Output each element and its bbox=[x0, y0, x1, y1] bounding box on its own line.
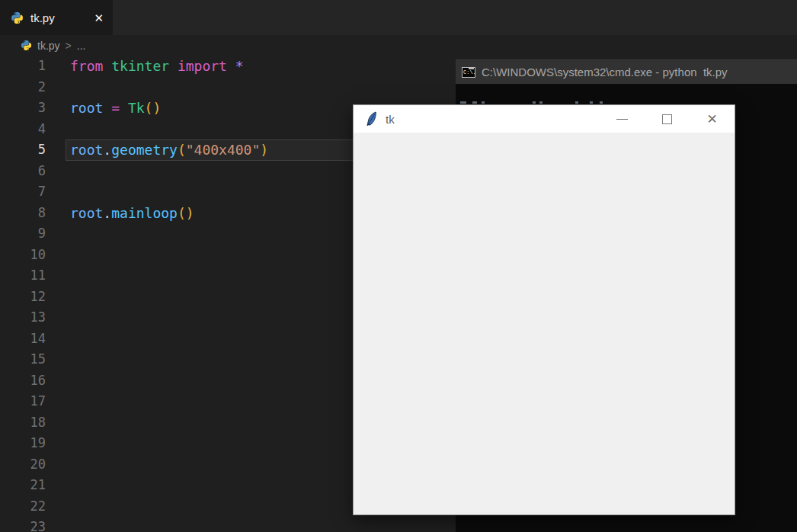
line-number[interactable]: 17 bbox=[0, 391, 46, 412]
close-button[interactable]: ✕ bbox=[690, 105, 735, 133]
line-number[interactable]: 22 bbox=[0, 496, 46, 518]
close-icon[interactable]: ✕ bbox=[94, 12, 104, 24]
python-icon bbox=[21, 40, 32, 51]
tab-tkpy[interactable]: tk.py ✕ bbox=[0, 0, 113, 35]
line-number[interactable]: 1 bbox=[0, 56, 46, 77]
tk-client-area[interactable] bbox=[354, 133, 735, 514]
tab-label: tk.py bbox=[30, 11, 55, 24]
maximize-icon bbox=[662, 114, 672, 124]
tk-window-title: tk bbox=[386, 113, 395, 126]
minimize-button[interactable] bbox=[600, 105, 645, 133]
line-number[interactable]: 13 bbox=[0, 307, 46, 328]
line-number[interactable]: 6 bbox=[0, 161, 46, 182]
chevron-right-icon: > bbox=[66, 40, 72, 52]
breadcrumb-ellipsis[interactable]: ... bbox=[77, 40, 86, 52]
line-number[interactable]: 7 bbox=[0, 181, 46, 203]
cmd-icon[interactable]: C:\. bbox=[462, 67, 475, 78]
breadcrumb[interactable]: tk.py > ... bbox=[0, 35, 797, 56]
feather-icon[interactable] bbox=[365, 111, 378, 127]
line-number[interactable]: 3 bbox=[0, 98, 46, 119]
line-number[interactable]: 23 bbox=[0, 517, 46, 532]
line-number[interactable]: 10 bbox=[0, 245, 46, 266]
tk-window: tk ✕ bbox=[353, 104, 735, 515]
line-number[interactable]: 16 bbox=[0, 370, 46, 392]
minimize-icon bbox=[616, 119, 628, 120]
line-number[interactable]: 8 bbox=[0, 203, 46, 224]
line-number[interactable]: 21 bbox=[0, 475, 46, 496]
line-number[interactable]: 9 bbox=[0, 223, 46, 245]
line-number[interactable]: 5 bbox=[0, 139, 46, 161]
line-number[interactable]: 14 bbox=[0, 328, 46, 350]
maximize-button[interactable] bbox=[645, 105, 690, 133]
cmd-title: C:\WINDOWS\system32\cmd.exe - python tk.… bbox=[482, 66, 728, 79]
line-number[interactable]: 15 bbox=[0, 349, 46, 370]
line-number[interactable]: 4 bbox=[0, 119, 46, 140]
tab-bar: tk.py ✕ bbox=[0, 0, 797, 35]
caption-buttons: ✕ bbox=[600, 105, 735, 133]
cmd-titlebar[interactable]: C:\. C:\WINDOWS\system32\cmd.exe - pytho… bbox=[456, 59, 797, 84]
tk-titlebar[interactable]: tk ✕ bbox=[354, 105, 735, 133]
vscode-window: tk.py ✕ tk.py > ... 1from tkinter import… bbox=[0, 0, 797, 532]
python-icon bbox=[11, 11, 24, 24]
breadcrumb-file-label[interactable]: tk.py bbox=[37, 40, 60, 52]
line-number[interactable]: 2 bbox=[0, 77, 46, 98]
line-number[interactable]: 11 bbox=[0, 265, 46, 287]
line-number[interactable]: 20 bbox=[0, 454, 46, 476]
line-number[interactable]: 12 bbox=[0, 287, 46, 308]
line-number[interactable]: 19 bbox=[0, 433, 46, 454]
line-number[interactable]: 18 bbox=[0, 412, 46, 434]
close-icon: ✕ bbox=[706, 113, 717, 126]
